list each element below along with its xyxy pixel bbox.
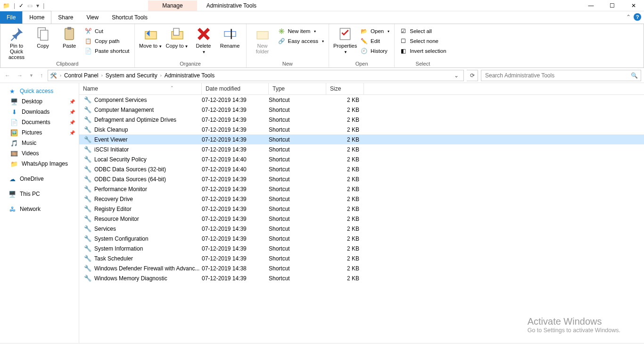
col-type[interactable]: Type — [269, 83, 326, 94]
file-row[interactable]: 🔧Defragment and Optimize Drives07-12-201… — [79, 115, 644, 125]
file-row[interactable]: 🔧Local Security Policy07-12-2019 14:40Sh… — [79, 154, 644, 164]
col-name[interactable]: Name ⌃ — [79, 83, 202, 94]
history-icon: 🕘 — [360, 47, 368, 55]
copy-button[interactable]: Copy — [31, 25, 55, 49]
open-button[interactable]: 📂Open▾ — [359, 27, 390, 35]
nav-item-desktop[interactable]: 🖥️Desktop📌 — [0, 96, 79, 107]
tab-shortcut-tools[interactable]: Shortcut Tools — [105, 11, 154, 24]
delete-button[interactable]: Delete▼ — [191, 25, 216, 55]
file-type: Shortcut — [269, 196, 326, 202]
crumb-control-panel[interactable]: Control Panel — [64, 72, 99, 79]
file-row[interactable]: 🔧Registry Editor07-12-2019 14:39Shortcut… — [79, 204, 644, 214]
file-row[interactable]: 🔧ODBC Data Sources (64-bit)07-12-2019 14… — [79, 174, 644, 184]
forward-button[interactable]: → — [15, 72, 25, 79]
copy-path-button[interactable]: 📋Copy path — [83, 37, 131, 45]
move-to-label: Move to▼ — [139, 43, 162, 49]
file-row[interactable]: 🔧Services07-12-2019 14:39Shortcut2 KB — [79, 224, 644, 234]
close-button[interactable]: ✕ — [623, 0, 644, 11]
context-tab-manage[interactable]: Manage — [148, 0, 197, 11]
file-date: 07-12-2019 14:39 — [202, 275, 269, 282]
nav-item-pictures[interactable]: 🖼️Pictures📌 — [0, 127, 79, 138]
file-row[interactable]: 🔧Windows Defender Firewall with Advanc..… — [79, 263, 644, 273]
tab-view[interactable]: View — [80, 11, 105, 24]
group-organize-label: Organize — [139, 60, 242, 67]
nav-network[interactable]: 🖧Network — [0, 204, 79, 214]
shortcut-icon: 🔧 — [84, 255, 91, 262]
crumb-system-security[interactable]: System and Security — [106, 72, 157, 79]
history-button[interactable]: 🕘History — [359, 47, 390, 55]
file-row[interactable]: 🔧System Configuration07-12-2019 14:39Sho… — [79, 234, 644, 243]
nav-quick-access[interactable]: ★Quick access — [0, 86, 79, 96]
file-row[interactable]: 🔧Recovery Drive07-12-2019 14:39Shortcut2… — [79, 194, 644, 204]
file-size: 2 KB — [326, 117, 364, 123]
shortcut-icon: 🔧 — [84, 166, 91, 173]
file-list: Name ⌃ Date modified Type Size 🔧Componen… — [79, 83, 644, 343]
file-name: iSCSI Initiator — [94, 146, 129, 153]
select-all-button[interactable]: ☑Select all — [398, 27, 447, 35]
new-item-button[interactable]: ✳️New item▾ — [277, 27, 325, 35]
nav-item-documents[interactable]: 📄Documents📌 — [0, 117, 79, 127]
activation-watermark: Activate Windows Go to Settings to activ… — [528, 316, 620, 334]
col-date[interactable]: Date modified — [202, 83, 269, 94]
refresh-button[interactable]: ⟳ — [467, 70, 478, 81]
crumb-admin-tools[interactable]: Administrative Tools — [165, 72, 215, 79]
file-row[interactable]: 🔧Computer Management07-12-2019 14:39Shor… — [79, 105, 644, 115]
select-none-button[interactable]: ☐Select none — [398, 37, 447, 45]
move-to-button[interactable]: Move to▼ — [139, 25, 163, 49]
maximize-button[interactable]: ☐ — [602, 0, 623, 11]
file-row[interactable]: 🔧Resource Monitor07-12-2019 14:39Shortcu… — [79, 214, 644, 224]
tab-share[interactable]: Share — [51, 11, 80, 24]
up-button[interactable]: ↑ — [38, 72, 45, 79]
breadcrumb[interactable]: 🛠️ › Control Panel› System and Security›… — [48, 70, 464, 81]
help-icon[interactable]: ? — [634, 13, 641, 21]
col-size[interactable]: Size — [326, 83, 364, 94]
window-title: Administrative Tools — [206, 2, 257, 9]
file-row[interactable]: 🔧ODBC Data Sources (32-bit)07-12-2019 14… — [79, 164, 644, 174]
recent-locations-button[interactable]: ▼ — [27, 73, 35, 78]
file-row[interactable]: 🔧Event Viewer07-12-2019 14:39Shortcut2 K… — [79, 134, 644, 144]
qat-properties-icon[interactable]: ✓ — [19, 2, 24, 9]
edit-button[interactable]: ✏️Edit — [359, 37, 390, 45]
tab-home[interactable]: Home — [22, 11, 51, 24]
search-box[interactable]: 🔍 — [481, 70, 641, 81]
cut-button[interactable]: ✂️Cut — [83, 27, 131, 35]
nav-this-pc[interactable]: 🖥️This PC — [0, 189, 79, 199]
tab-file[interactable]: File — [0, 11, 22, 24]
file-row[interactable]: 🔧Task Scheduler07-12-2019 14:39Shortcut2… — [79, 253, 644, 263]
nav-item-videos[interactable]: 🎞️Videos — [0, 148, 79, 159]
properties-button[interactable]: Properties▼ — [333, 25, 357, 55]
back-button[interactable]: ← — [3, 72, 12, 79]
qat-customize-icon[interactable]: ▾ — [36, 2, 39, 9]
file-row[interactable]: 🔧Performance Monitor07-12-2019 14:39Shor… — [79, 184, 644, 194]
new-folder-button[interactable]: New folder — [250, 25, 275, 54]
copy-to-button[interactable]: Copy to▼ — [165, 25, 190, 49]
file-row[interactable]: 🔧Disk Cleanup07-12-2019 14:39Shortcut2 K… — [79, 125, 644, 134]
search-icon[interactable]: 🔍 — [631, 72, 638, 79]
nav-onedrive[interactable]: ☁OneDrive — [0, 174, 79, 184]
watermark-title: Activate Windows — [528, 316, 620, 327]
nav-item-music[interactable]: 🎵Music — [0, 138, 79, 148]
paste-shortcut-button[interactable]: 📄Paste shortcut — [83, 47, 131, 55]
easy-access-button[interactable]: 🔗Easy access▾ — [277, 37, 325, 45]
file-row[interactable]: 🔧Component Services07-12-2019 14:39Short… — [79, 95, 644, 105]
collapse-ribbon-icon[interactable]: ⌃ — [626, 14, 631, 20]
file-row[interactable]: 🔧iSCSI Initiator07-12-2019 14:39Shortcut… — [79, 144, 644, 154]
nav-item-whatsapp-images[interactable]: 📁WhatsApp Images — [0, 159, 79, 169]
invert-selection-button[interactable]: ◧Invert selection — [398, 47, 447, 55]
nav-item-downloads[interactable]: ⬇Downloads📌 — [0, 107, 79, 117]
file-date: 07-12-2019 14:39 — [202, 117, 269, 123]
file-row[interactable]: 🔧System Information07-12-2019 14:39Short… — [79, 243, 644, 253]
paste-button[interactable]: Paste — [57, 25, 82, 49]
search-input[interactable] — [484, 72, 631, 79]
address-history-dropdown[interactable]: ⌄ — [451, 72, 462, 79]
paste-icon — [62, 27, 77, 42]
quick-access-icon: ★ — [8, 87, 16, 95]
pin-quick-access-button[interactable]: Pin to Quick access — [4, 25, 29, 60]
minimize-button[interactable]: — — [580, 0, 602, 11]
file-row[interactable]: 🔧Windows Memory Diagnostic07-12-2019 14:… — [79, 273, 644, 283]
qat-newfolder-icon[interactable]: ▭ — [27, 2, 33, 9]
svg-rect-6 — [173, 28, 179, 35]
copy-to-label: Copy to▼ — [166, 43, 189, 49]
nav-item-icon: 🎞️ — [10, 150, 18, 157]
rename-button[interactable]: Rename — [218, 25, 242, 49]
